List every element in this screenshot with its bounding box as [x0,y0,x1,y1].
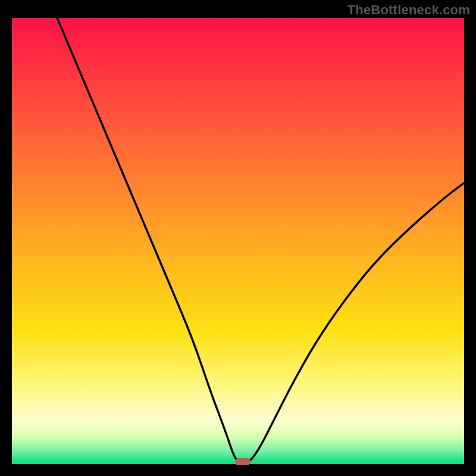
stage: TheBottleneck.com [0,0,476,476]
plot-area [12,18,464,464]
optimal-marker [235,458,250,465]
watermark-text: TheBottleneck.com [347,2,470,18]
curve-svg [12,18,464,464]
bottleneck-curve [57,18,464,462]
